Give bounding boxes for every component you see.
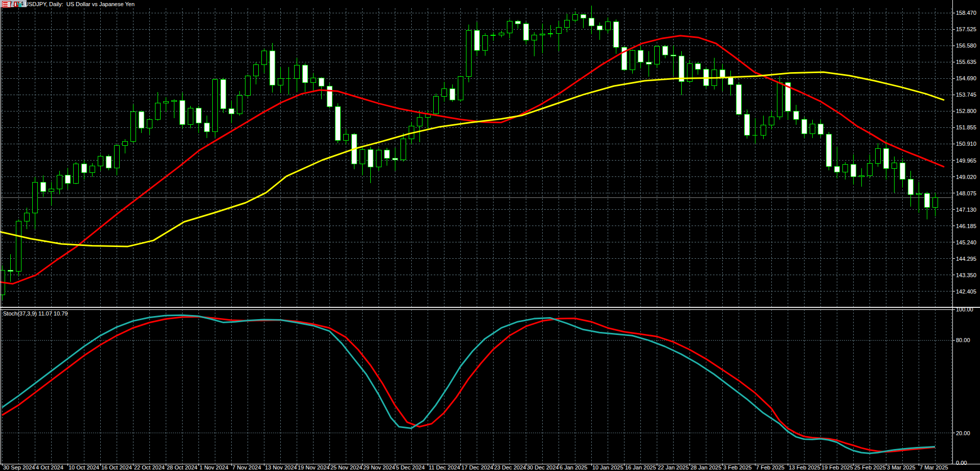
candle-body [482, 35, 487, 50]
candle-body [744, 114, 749, 135]
candle-body [376, 150, 381, 167]
stoch-signal-line [2, 317, 935, 452]
candle-body [73, 164, 78, 183]
candle-body [196, 108, 201, 123]
date-axis-label: 3 Mar 2025 [887, 464, 916, 470]
candle-body [180, 101, 185, 125]
price-axis-label: 142.405 [956, 288, 976, 295]
candle-body [400, 139, 406, 160]
candles-layer[interactable] [0, 6, 938, 300]
stoch-grid-and-axis: 100.0080.0020.000.00 [1, 306, 973, 466]
candle-body [294, 65, 299, 78]
candle-body [638, 51, 643, 62]
candle-body [57, 175, 62, 189]
date-axis-label: 10 Jan 2025 [592, 464, 623, 470]
date-axis-label: 13 Feb 2025 [789, 464, 820, 470]
panel-separator[interactable] [0, 307, 980, 309]
candle-body [695, 64, 700, 70]
candle-body [171, 101, 176, 102]
candle-body [736, 84, 741, 114]
stoch-axis-label: 80.00 [956, 337, 970, 343]
candle-body [924, 194, 929, 207]
candle-body [531, 35, 537, 40]
candle-body [335, 107, 340, 141]
candle-body [319, 78, 324, 86]
candle-body [237, 95, 242, 114]
candle-body [499, 33, 504, 35]
chart-window: { "window": { "title": "USDJPY, Daily: U… [0, 0, 980, 471]
candle-body [204, 123, 209, 131]
candle-body [540, 34, 545, 35]
candle-body [589, 18, 594, 26]
candle-body [523, 24, 528, 40]
candle-body [81, 164, 86, 172]
date-axis-label: 3 Feb 2025 [723, 464, 752, 470]
candle-body [114, 145, 119, 168]
date-axis-label: 7 Mar 2025 [920, 464, 948, 470]
candle-body [581, 15, 586, 18]
date-axis-label: 7 Feb 2025 [756, 464, 785, 470]
candle-body [8, 270, 13, 271]
chart-title-bar: USDJPY, Daily: US Dollar vs Japanese Yen [2, 1, 135, 8]
price-axis-label: 151.855 [956, 124, 976, 130]
date-axis-label: 30 Dec 2024 [527, 464, 559, 470]
candle-body [122, 141, 127, 145]
candle-body [130, 112, 136, 141]
date-axis-label: 13 Nov 2024 [265, 464, 297, 470]
candle-body [769, 117, 774, 125]
candle-body [98, 156, 103, 166]
axes-frame [0, 0, 980, 464]
candle-body [16, 221, 21, 272]
candle-body [253, 64, 258, 76]
candle-body [883, 149, 888, 169]
date-axis-label: 17 Dec 2024 [461, 464, 493, 470]
date-axis-label: 16 Jan 2025 [625, 464, 656, 470]
vertical-grid [2, 8, 951, 464]
price-axis-label: 158.470 [956, 10, 976, 16]
candle-body [654, 46, 659, 64]
candle-body [155, 103, 160, 120]
candle-body [507, 21, 512, 33]
candle-body [818, 124, 823, 134]
price-axis-label: 155.635 [956, 59, 976, 65]
candle-body [867, 163, 872, 175]
candle-body [360, 150, 365, 164]
candle-body [646, 62, 651, 64]
candle-body [368, 150, 373, 167]
candle-body [32, 182, 37, 213]
date-axis-label: 25 Feb 2025 [854, 464, 886, 470]
price-axis-label: 146.185 [956, 223, 976, 229]
candle-body [220, 79, 226, 108]
candle-body [466, 31, 471, 77]
candle-body [40, 182, 46, 191]
price-axis-label: 144.295 [956, 256, 976, 262]
candle-body [433, 97, 438, 114]
ma-slow-yellow [0, 72, 944, 246]
candle-body [515, 21, 520, 24]
date-axis-label: 22 Jan 2025 [658, 464, 689, 470]
price-chart-canvas[interactable]: 158.470157.525156.580155.635154.690153.7… [0, 0, 980, 471]
candle-body [801, 120, 807, 133]
menu-list-icon[interactable] [2, 1, 11, 8]
candle-body [49, 189, 54, 191]
candle-body [892, 163, 897, 169]
date-axis-label: 6 Jan 2025 [560, 464, 587, 470]
price-axis-label: 149.965 [956, 158, 976, 164]
date-axis-label: 19 Feb 2025 [821, 464, 853, 470]
price-axis-label: 154.690 [956, 75, 976, 81]
date-axis-label: 22 Oct 2024 [134, 464, 165, 470]
price-axis-label: 153.745 [956, 92, 976, 98]
date-axis-label: 11 Dec 2024 [429, 464, 460, 470]
bar-chart-icon[interactable] [13, 1, 22, 8]
candle-body [212, 79, 217, 131]
candle-body [851, 165, 856, 176]
date-axis-label: 4 Oct 2024 [36, 464, 63, 470]
price-axis-label: 156.580 [956, 42, 976, 49]
date-axis-label: 28 Jan 2025 [691, 464, 722, 470]
candle-body [65, 175, 70, 184]
candle-body [556, 28, 561, 34]
candle-body [662, 46, 667, 55]
candle-body [720, 70, 725, 77]
candle-body [875, 149, 880, 163]
candle-body [671, 55, 676, 56]
